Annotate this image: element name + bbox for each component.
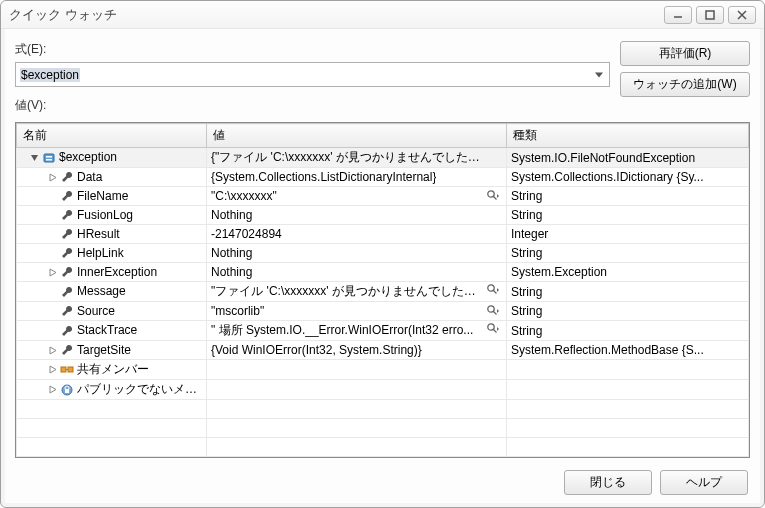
svg-point-4 [488, 190, 494, 196]
cell-value: Nothing [207, 244, 507, 263]
table-row[interactable]: StackTrace" 場所 System.IO.__Error.WinIOEr… [17, 321, 749, 341]
dialog-body: 式(E): $exception 値(V): 再評価(R) ウォッチの追加(W)… [1, 29, 764, 507]
cell-value: Nothing [207, 206, 507, 225]
expander-icon[interactable] [47, 345, 58, 356]
dialog-footer: 閉じる ヘルプ [15, 470, 750, 495]
row-value: " 場所 System.IO.__Error.WinIOError(Int32 … [211, 322, 473, 339]
cell-name: パブリックでないメン... [17, 380, 207, 400]
cell-type: System.IO.FileNotFoundException [507, 148, 749, 168]
row-value: {System.Collections.ListDictionaryIntern… [211, 170, 436, 184]
value-label: 値(V): [15, 97, 46, 114]
svg-point-7 [488, 324, 494, 330]
cell-value: {"ファイル 'C:\xxxxxxx' が見つかりませんでした。":"C... [207, 148, 507, 168]
cell-name: Source [17, 302, 207, 321]
wrench-icon [60, 285, 74, 299]
table-row-empty [17, 438, 749, 457]
obj-icon [42, 151, 56, 165]
visualizer-icon[interactable] [484, 189, 502, 201]
cell-name: 共有メンバー [17, 360, 207, 380]
table-row[interactable]: $exception{"ファイル 'C:\xxxxxxx' が見つかりませんでし… [17, 148, 749, 168]
col-header-value[interactable]: 値 [207, 124, 507, 148]
table-row[interactable]: InnerExceptionNothingSystem.Exception [17, 263, 749, 282]
cell-value [207, 360, 507, 380]
cell-name: FusionLog [17, 206, 207, 225]
table-row[interactable]: FileName"C:\xxxxxxx"String [17, 187, 749, 206]
col-header-name[interactable]: 名前 [17, 124, 207, 148]
visualizer-icon[interactable] [484, 322, 502, 334]
table-row[interactable]: FusionLogNothingString [17, 206, 749, 225]
table-row[interactable]: HResult-2147024894Integer [17, 225, 749, 244]
row-name: HResult [77, 227, 120, 241]
expander-icon[interactable] [47, 384, 58, 395]
add-watch-button[interactable]: ウォッチの追加(W) [620, 72, 750, 97]
table-row[interactable]: 共有メンバー [17, 360, 749, 380]
expression-text: $exception [20, 68, 80, 82]
table-row[interactable]: Source"mscorlib"String [17, 302, 749, 321]
row-name: $exception [59, 150, 117, 164]
table-row-empty [17, 400, 749, 419]
expander-icon [47, 306, 58, 317]
visualizer-icon[interactable] [484, 283, 502, 295]
cell-type: System.Reflection.MethodBase {S... [507, 341, 749, 360]
cell-value: Nothing [207, 263, 507, 282]
row-name: HelpLink [77, 246, 124, 260]
close-button[interactable] [728, 6, 756, 24]
table-row[interactable]: パブリックでないメン... [17, 380, 749, 400]
cell-value: "ファイル 'C:\xxxxxxx' が見つかりませんでした。" [207, 282, 507, 302]
table-row[interactable]: TargetSite{Void WinIOError(Int32, System… [17, 341, 749, 360]
expander-icon[interactable] [47, 172, 58, 183]
svg-rect-1 [44, 154, 54, 162]
wrench-icon [60, 208, 74, 222]
cell-type: String [507, 206, 749, 225]
cell-name: TargetSite [17, 341, 207, 360]
wrench-icon [60, 246, 74, 260]
cell-type [507, 380, 749, 400]
cell-value: "C:\xxxxxxx" [207, 187, 507, 206]
row-value: "mscorlib" [211, 304, 264, 318]
cell-type: System.Exception [507, 263, 749, 282]
svg-point-5 [488, 285, 494, 291]
minimize-button[interactable] [664, 6, 692, 24]
cell-value [207, 380, 507, 400]
cell-value: {Void WinIOError(Int32, System.String)} [207, 341, 507, 360]
svg-rect-2 [46, 156, 52, 158]
titlebar: クイック ウォッチ [1, 1, 764, 29]
cell-type: String [507, 282, 749, 302]
cell-type: String [507, 321, 749, 341]
grid-header-row: 名前 値 種類 [17, 124, 749, 148]
close-dialog-button[interactable]: 閉じる [564, 470, 652, 495]
cell-name: HResult [17, 225, 207, 244]
wrench-icon [60, 189, 74, 203]
row-value: "ファイル 'C:\xxxxxxx' が見つかりませんでした。" [211, 283, 480, 300]
expander-icon[interactable] [47, 364, 58, 375]
col-header-type[interactable]: 種類 [507, 124, 749, 148]
table-row[interactable]: Message"ファイル 'C:\xxxxxxx' が見つかりませんでした。"S… [17, 282, 749, 302]
cell-name: StackTrace [17, 321, 207, 341]
table-row[interactable]: HelpLinkNothingString [17, 244, 749, 263]
row-name: パブリックでないメン... [77, 382, 207, 396]
row-name: Source [77, 304, 115, 318]
svg-rect-9 [68, 367, 73, 372]
visualizer-icon[interactable] [484, 304, 502, 316]
help-button[interactable]: ヘルプ [660, 470, 748, 495]
row-value: Nothing [211, 208, 252, 222]
reevaluate-button[interactable]: 再評価(R) [620, 41, 750, 66]
expander-icon [47, 191, 58, 202]
cell-name: FileName [17, 187, 207, 206]
row-value: -2147024894 [211, 227, 282, 241]
wrench-icon [60, 304, 74, 318]
row-value: {"ファイル 'C:\xxxxxxx' が見つかりませんでした。":"C... [211, 149, 480, 166]
expander-icon [47, 286, 58, 297]
table-row[interactable]: Data{System.Collections.ListDictionaryIn… [17, 168, 749, 187]
maximize-button[interactable] [696, 6, 724, 24]
expander-icon[interactable] [29, 152, 40, 163]
row-name: InnerException [77, 265, 157, 279]
wrench-icon [60, 343, 74, 357]
watch-grid[interactable]: 名前 値 種類 $exception{"ファイル 'C:\xxxxxxx' が見… [15, 122, 750, 458]
cell-type: String [507, 302, 749, 321]
cell-name: $exception [17, 148, 207, 168]
row-value: Nothing [211, 246, 252, 260]
nonpub-icon [60, 383, 74, 397]
expression-combobox[interactable]: $exception [15, 62, 610, 87]
expander-icon[interactable] [47, 267, 58, 278]
